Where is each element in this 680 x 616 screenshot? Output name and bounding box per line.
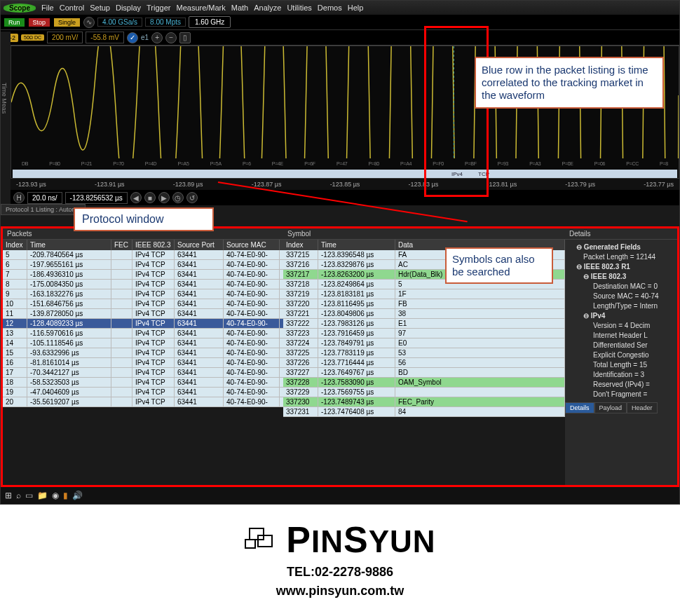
tab-header[interactable]: Header: [627, 402, 658, 413]
timebase-position[interactable]: -123.8256532 µs: [65, 192, 128, 204]
menu-help[interactable]: Help: [348, 4, 364, 12]
add-channel-icon[interactable]: +: [151, 32, 163, 43]
reset-icon[interactable]: ↺: [186, 192, 198, 203]
brand-logo: PINSYUN: [244, 519, 435, 561]
tree-total-length: Total Length = 15: [569, 360, 673, 370]
packet-row[interactable]: 5-209.7840564 µsIPv4 TCP6344140-74-E0-90…: [3, 250, 283, 260]
timebase-scale[interactable]: 20.0 ns/: [27, 192, 62, 204]
scope-badge: Scope: [4, 4, 36, 13]
menu-demos[interactable]: Demos: [318, 4, 342, 12]
tree-generated[interactable]: ⊖ Generated Fields: [569, 242, 673, 252]
tree-ieee[interactable]: ⊖ IEEE 802.3: [569, 272, 673, 282]
listing-tab[interactable]: Protocol 1 Listing : Automo: [1, 204, 86, 215]
app-icon[interactable]: ▮: [63, 491, 68, 500]
symbol-row[interactable]: 337229-123.7569755 µs: [283, 388, 565, 397]
packet-row[interactable]: 13-116.5970616 µsIPv4 TCP6344140-74-E0-9…: [3, 329, 283, 338]
enable-icon[interactable]: ✓: [127, 32, 138, 43]
packets-pane: Packets Index Time FEC IEEE 802.3 Source…: [3, 228, 283, 485]
lower-panes: Packets Index Time FEC IEEE 802.3 Source…: [1, 226, 679, 487]
branding: PINSYUN TEL:02-2278-9886 www.pinsyun.com…: [0, 505, 680, 616]
tree-diffserv: Differentiated Ser: [569, 341, 673, 350]
packet-row[interactable]: 8-175.0084350 µsIPv4 TCP6344140-74-E0-90…: [3, 280, 283, 289]
packet-row[interactable]: 19-47.0404609 µsIPv4 TCP6344140-74-E0-90…: [3, 388, 283, 397]
tab-payload[interactable]: Payload: [594, 402, 627, 413]
remove-channel-icon[interactable]: −: [165, 32, 177, 43]
folder-icon[interactable]: 📁: [37, 491, 48, 500]
channel-enable-label: e1: [141, 34, 149, 41]
tree-identification: Identification = 3: [569, 370, 673, 380]
symbol-row[interactable]: 337228-123.7583090 µsOAM_Symbol: [283, 378, 565, 388]
protocol-band: IPv4 TCP: [13, 170, 677, 178]
settings-icon[interactable]: ▯: [179, 32, 191, 43]
symbol-row[interactable]: 337225-123.7783119 µs53: [283, 348, 565, 358]
packet-row[interactable]: 16-81.8161014 µsIPv4 TCP6344140-74-E0-90…: [3, 358, 283, 368]
symbol-row[interactable]: 337230-123.7489743 µsFEC_Parity: [283, 397, 565, 407]
tree-length-type: Length/Type = Intern: [569, 301, 673, 311]
menu-control[interactable]: Control: [60, 4, 84, 12]
chrome-icon[interactable]: ◉: [52, 491, 59, 500]
search-icon[interactable]: ⌕: [16, 491, 21, 500]
svg-rect-3: [258, 535, 272, 547]
menu-measure/mark[interactable]: Measure/Mark: [176, 4, 225, 12]
side-tabs[interactable]: Time Meas Vertical Meas: [1, 32, 11, 165]
packet-row[interactable]: 11-139.8728050 µsIPv4 TCP6344140-74-E0-9…: [3, 309, 283, 319]
stop-button[interactable]: Stop: [28, 18, 51, 27]
tree-ieee-r1[interactable]: ⊖ IEEE 802.3 R1: [569, 262, 673, 272]
tree-reserved: Reserved (IPv4) =: [569, 380, 673, 390]
svg-rect-2: [250, 528, 264, 540]
packet-row[interactable]: 18-58.5323503 µsIPv4 TCP6344140-74-E0-90…: [3, 378, 283, 388]
run-button[interactable]: Run: [4, 18, 25, 27]
packet-row[interactable]: 14-105.1118546 µsIPv4 TCP6344140-74-E0-9…: [3, 338, 283, 348]
packet-row[interactable]: 20-35.5619207 µsIPv4 TCP6344140-74-E0-90…: [3, 397, 283, 407]
packet-row[interactable]: 15-93.6332996 µsIPv4 TCP6344140-74-E0-90…: [3, 348, 283, 358]
scope-taskbar-icon[interactable]: 🔊: [72, 491, 83, 500]
symbol-row[interactable]: 337221-123.8049806 µs38: [283, 309, 565, 319]
taskview-icon[interactable]: ▭: [25, 491, 33, 500]
annotation-protocol-label: Protocol window: [74, 207, 214, 231]
symbol-row[interactable]: 337223-123.7916459 µs97: [283, 329, 565, 338]
clock-icon[interactable]: ◷: [172, 192, 184, 203]
symbol-row[interactable]: 337226-123.7716444 µs56: [283, 358, 565, 368]
symbol-labels-row: DBP=80P=21P=70P=4DP=A5P=5AP=6P=4EP=6FP=4…: [11, 161, 679, 170]
channel-toolbar: 1-2 50Ω DC 200 mV/ -55.8 mV ✓ e1 + − ▯: [1, 30, 679, 46]
symbol-row[interactable]: 337219-123.8183181 µs1F: [283, 289, 565, 299]
menu-utilities[interactable]: Utilities: [287, 4, 311, 12]
tree-dst-mac: Destination MAC = 0: [569, 282, 673, 292]
packet-row[interactable]: 12-128.4089233 µsIPv4 TCP6344140-74-E0-9…: [3, 319, 283, 329]
symbols-header: Symbol: [283, 228, 565, 240]
symbol-row[interactable]: 337222-123.7983126 µsE1: [283, 319, 565, 329]
symbol-row[interactable]: 337220-123.8116495 µsFB: [283, 299, 565, 309]
coupling-badge: 50Ω DC: [21, 34, 44, 41]
menu-analyze[interactable]: Analyze: [254, 4, 281, 12]
menu-file[interactable]: File: [41, 4, 54, 12]
vertical-offset[interactable]: -55.8 mV: [86, 32, 124, 43]
symbol-row[interactable]: 337227-123.7649767 µsBD: [283, 368, 565, 378]
tab-details[interactable]: Details: [565, 402, 594, 413]
packet-row[interactable]: 7-186.4936310 µsIPv4 TCP6344140-74-E0-90…: [3, 270, 283, 280]
details-header: Details: [565, 228, 677, 240]
nav-next-icon[interactable]: ▶: [158, 192, 170, 203]
start-icon[interactable]: ⊞: [5, 491, 12, 500]
tree-ecn: Explicit Congestio: [569, 350, 673, 360]
side-tab-time[interactable]: Time Meas: [1, 34, 8, 162]
packet-row[interactable]: 9-163.1832276 µsIPv4 TCP6344140-74-E0-90…: [3, 289, 283, 299]
acquisition-toolbar: Run Stop Single ∿ 4.00 GSa/s 8.00 Mpts 1…: [1, 15, 679, 30]
symbol-row[interactable]: 337224-123.7849791 µsE0: [283, 338, 565, 348]
tree-ipv4[interactable]: ⊖ IPv4: [569, 311, 673, 321]
tree-packet-length: Packet Length = 12144: [569, 252, 673, 262]
packet-row[interactable]: 17-70.3442127 µsIPv4 TCP6344140-74-E0-90…: [3, 368, 283, 378]
bandwidth[interactable]: 1.60 GHz: [189, 16, 231, 28]
menu-setup[interactable]: Setup: [90, 4, 110, 12]
packet-row[interactable]: 10-151.6846756 µsIPv4 TCP6344140-74-E0-9…: [3, 299, 283, 309]
horizontal-icon[interactable]: H: [13, 192, 25, 203]
vertical-scale[interactable]: 200 mV/: [47, 32, 83, 43]
waveform-icon[interactable]: ∿: [83, 17, 95, 28]
symbol-row[interactable]: 337231-123.7476408 µs84: [283, 407, 565, 417]
nav-prev-icon[interactable]: ◀: [130, 192, 142, 203]
menu-display[interactable]: Display: [116, 4, 141, 12]
nav-stop-icon[interactable]: ■: [144, 192, 156, 203]
single-button[interactable]: Single: [53, 18, 81, 27]
menu-trigger[interactable]: Trigger: [147, 4, 170, 12]
menu-math[interactable]: Math: [231, 4, 248, 12]
packet-row[interactable]: 6-197.9655161 µsIPv4 TCP6344140-74-E0-90…: [3, 260, 283, 270]
